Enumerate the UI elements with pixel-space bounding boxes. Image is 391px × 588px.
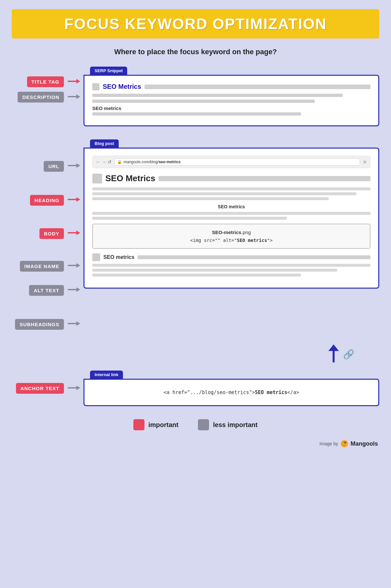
internal-link-code: <a href=".../blog/seo-metrics">SEO metri… (92, 387, 370, 398)
internal-labels-col: ANCHOR TEXT (12, 383, 80, 394)
url-arrow-icon (68, 162, 80, 170)
arrow-right-red-icon (68, 78, 80, 85)
subheading-row: SEO metrics (92, 253, 370, 261)
blog-box-content: ← → ↺ 🔒 mangools.com/blog/seo-metrics ✕ … (83, 148, 379, 289)
url-label-row: URL (12, 159, 80, 173)
blog-box-label: Blog post (90, 139, 119, 148)
svg-marker-15 (76, 321, 80, 326)
svg-marker-17 (328, 344, 339, 351)
serp-favicon (92, 83, 99, 90)
serp-desc-row: SEO metrics (92, 105, 370, 111)
svg-marker-7 (76, 197, 80, 202)
blog-h1-row: SEO Metrics (92, 173, 370, 183)
footer-brand: Mangools (351, 440, 378, 447)
anchor-text-label-row: ANCHOR TEXT (16, 383, 80, 394)
alt-text-arrow-icon (68, 286, 80, 294)
body-label-row: BODY (12, 226, 80, 241)
heading-label-row: HEADING (12, 193, 80, 207)
header-banner: FOCUS KEYWORD OPTIMIZATION (12, 9, 379, 39)
blog-labels-col: URL HEADING BODY IMAGE NAME (12, 139, 80, 331)
serp-line-3 (92, 112, 301, 116)
serp-box-container: SERP Snippet SEO Metrics SEO metrics (83, 67, 379, 126)
subheading-text: SEO metrics (103, 254, 134, 260)
subheading-block (92, 253, 100, 261)
image-name-bold: SEO-metrics (212, 230, 241, 235)
footer: Image by 🥭 Mangools (0, 437, 391, 454)
svg-marker-9 (76, 230, 80, 235)
legend-important-label: important (148, 421, 178, 429)
mangools-logo-icon: 🥭 (341, 440, 348, 447)
legend-less-important-label: less important (213, 421, 258, 429)
serp-box-content: SEO Metrics SEO metrics (83, 75, 379, 126)
browser-nav: ← → ↺ (96, 159, 112, 165)
link-code-pre: <a href=".../blog/seo-metrics"> (164, 389, 255, 395)
title-tag-label: TITLE TAG (27, 76, 64, 87)
footer-prefix: Image by (319, 441, 338, 446)
lock-icon: 🔒 (117, 160, 122, 164)
svg-marker-1 (76, 79, 80, 84)
image-filename-row: SEO-metrics.png (99, 230, 363, 235)
alt-code-bold: SEO metrics (237, 238, 267, 243)
blog-h1-image-block (92, 174, 102, 183)
body-line-1 (92, 187, 370, 190)
url-label: URL (44, 161, 64, 172)
anchor-text-arrow-icon (68, 384, 80, 393)
body-line-5 (92, 217, 287, 220)
svg-marker-11 (76, 263, 80, 268)
legend-gray-box (198, 419, 209, 430)
page-title: FOCUS KEYWORD OPTIMIZATION (21, 15, 370, 33)
alt-code-pre: <img src="" alt=" (190, 238, 237, 243)
title-tag-arrow (68, 77, 80, 87)
browser-bar: ← → ↺ 🔒 mangools.com/blog/seo-metrics ✕ (92, 156, 370, 168)
body-line-3 (92, 197, 329, 200)
blog-section: URL HEADING BODY IMAGE NAME (12, 139, 379, 331)
serp-title-spacer (144, 85, 370, 89)
forward-icon: → (102, 159, 106, 165)
spacer-2 (12, 207, 80, 226)
image-name-ext: .png (241, 230, 251, 235)
serp-title-row: SEO Metrics (92, 83, 370, 90)
close-tab-icon: ✕ (363, 159, 367, 165)
sub-line-2 (92, 269, 337, 272)
url-bold-part: seo-metrics (158, 160, 180, 164)
serp-box-label: SERP Snippet (90, 67, 127, 75)
internal-section: ANCHOR TEXT Internal link <a href=".../b… (12, 371, 379, 406)
legend-important: important (133, 419, 178, 430)
internal-box-label: Internal link (90, 371, 123, 379)
spacer-4 (12, 297, 80, 317)
blog-body-lines (92, 187, 370, 200)
legend-less-important: less important (198, 419, 258, 430)
sub-line-1 (92, 264, 370, 267)
title-tag-row: TITLE TAG (12, 76, 80, 87)
svg-marker-3 (76, 94, 80, 99)
internal-box-content: <a href=".../blog/seo-metrics">SEO metri… (83, 379, 379, 406)
body-label: BODY (39, 228, 64, 239)
image-name-arrow-icon (68, 262, 80, 270)
body-line-4 (92, 212, 370, 215)
refresh-icon: ↺ (108, 159, 112, 165)
alt-text-code-row: <img src="" alt="SEO metrics"> (99, 238, 363, 243)
subtitle: Where to place the focus keyword on the … (0, 48, 391, 56)
serp-labels-col: TITLE TAG DESCRIPTION (12, 67, 80, 103)
subheadings-label: SUBHEADINGS (15, 319, 64, 330)
up-arrow-icon (327, 344, 340, 364)
up-arrow-area (327, 344, 340, 364)
svg-marker-13 (76, 287, 80, 292)
heading-label: HEADING (30, 195, 64, 206)
heading-arrow-icon (68, 196, 80, 204)
subheading-spacer (138, 255, 370, 259)
blog-body-keyword: SEO metrics (218, 204, 245, 209)
blog-body-lines-2 (92, 212, 370, 220)
blog-image-box: SEO-metrics.png <img src="" alt="SEO met… (92, 224, 370, 249)
blog-keyword-line: SEO metrics (92, 204, 370, 209)
chain-link-icon: 🔗 (343, 349, 354, 360)
legend-red-box (133, 419, 144, 430)
spacer-3 (12, 241, 80, 259)
link-code-bold: SEO metrics (255, 389, 287, 395)
back-icon: ← (96, 159, 100, 165)
subheadings-arrow-icon (68, 320, 80, 328)
blog-box-container: Blog post ← → ↺ 🔒 mangools.com/blog/seo-… (83, 139, 379, 289)
subheadings-label-row: SUBHEADINGS (12, 317, 80, 331)
blog-h1-spacer (158, 176, 370, 181)
description-arrow (68, 93, 80, 102)
